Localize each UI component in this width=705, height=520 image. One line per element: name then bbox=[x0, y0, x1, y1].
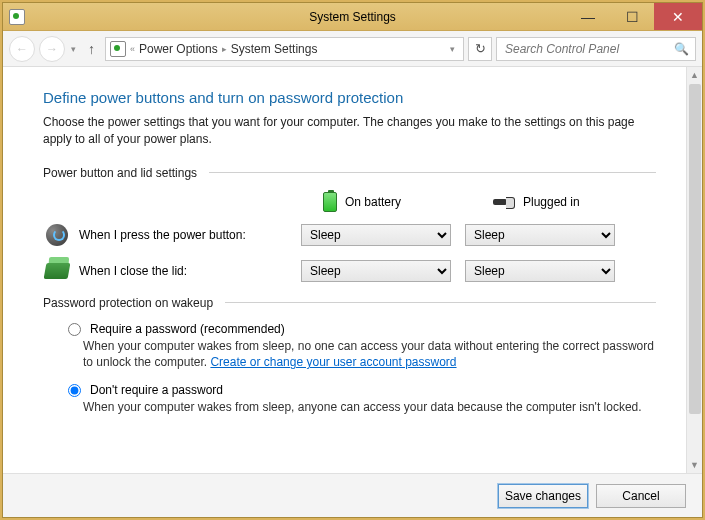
breadcrumb-prefix: « bbox=[130, 44, 135, 54]
row-label: When I close the lid: bbox=[71, 264, 301, 278]
maximize-button[interactable]: ☐ bbox=[610, 3, 654, 30]
col-label: On battery bbox=[345, 195, 401, 209]
up-button[interactable]: ↑ bbox=[82, 41, 101, 57]
close-button[interactable]: ✕ bbox=[654, 3, 702, 30]
lid-plugged-select[interactable]: Sleep bbox=[465, 260, 615, 282]
scrollbar[interactable]: ▲ ▼ bbox=[686, 67, 702, 473]
col-plugged-in: Plugged in bbox=[493, 192, 653, 212]
power-button-battery-select[interactable]: Sleep bbox=[301, 224, 451, 246]
col-label: Plugged in bbox=[523, 195, 580, 209]
radio-require-password-input[interactable] bbox=[68, 323, 81, 336]
col-on-battery: On battery bbox=[323, 192, 483, 212]
scroll-thumb[interactable] bbox=[689, 84, 701, 414]
row-label: When I press the power button: bbox=[71, 228, 301, 242]
app-icon bbox=[9, 9, 25, 25]
body: Define power buttons and turn on passwor… bbox=[3, 67, 702, 473]
lid-battery-select[interactable]: Sleep bbox=[301, 260, 451, 282]
cancel-button[interactable]: Cancel bbox=[596, 484, 686, 508]
column-headers: On battery Plugged in bbox=[43, 192, 656, 212]
scroll-up-button[interactable]: ▲ bbox=[687, 67, 702, 83]
radio-dont-require-password-input[interactable] bbox=[68, 384, 81, 397]
breadcrumb-dropdown-icon[interactable]: ▾ bbox=[446, 44, 459, 54]
breadcrumb[interactable]: « Power Options ▸ System Settings ▾ bbox=[105, 37, 464, 61]
section-label: Password protection on wakeup bbox=[43, 296, 213, 310]
section-label: Power button and lid settings bbox=[43, 166, 197, 180]
footer: Save changes Cancel bbox=[3, 473, 702, 517]
page-title: Define power buttons and turn on passwor… bbox=[43, 89, 656, 106]
power-button-plugged-select[interactable]: Sleep bbox=[465, 224, 615, 246]
control-panel-icon bbox=[110, 41, 126, 57]
radio-label[interactable]: Don't require a password bbox=[63, 383, 656, 397]
power-button-icon bbox=[46, 224, 68, 246]
row-close-lid: When I close the lid: Sleep Sleep bbox=[43, 260, 656, 282]
lid-icon bbox=[44, 263, 71, 279]
plug-icon bbox=[493, 197, 515, 207]
search-input[interactable] bbox=[503, 41, 674, 57]
row-power-button: When I press the power button: Sleep Sle… bbox=[43, 224, 656, 246]
minimize-button[interactable]: — bbox=[566, 3, 610, 30]
history-dropdown[interactable]: ▾ bbox=[69, 44, 78, 54]
section-password: Password protection on wakeup bbox=[43, 296, 656, 310]
radio-description: When your computer wakes from sleep, no … bbox=[63, 338, 656, 372]
radio-description: When your computer wakes from sleep, any… bbox=[63, 399, 656, 416]
create-password-link[interactable]: Create or change your user account passw… bbox=[210, 355, 456, 369]
page-subtitle: Choose the power settings that you want … bbox=[43, 114, 656, 148]
breadcrumb-item[interactable]: System Settings bbox=[231, 42, 318, 56]
window-controls: — ☐ ✕ bbox=[566, 3, 702, 30]
breadcrumb-item[interactable]: Power Options bbox=[139, 42, 218, 56]
search-box[interactable]: 🔍 bbox=[496, 37, 696, 61]
search-icon[interactable]: 🔍 bbox=[674, 42, 689, 56]
divider bbox=[225, 302, 656, 303]
radio-label[interactable]: Require a password (recommended) bbox=[63, 322, 656, 336]
navbar: ← → ▾ ↑ « Power Options ▸ System Setting… bbox=[3, 31, 702, 67]
titlebar: System Settings — ☐ ✕ bbox=[3, 3, 702, 31]
scroll-down-button[interactable]: ▼ bbox=[687, 457, 702, 473]
radio-require-password: Require a password (recommended) When yo… bbox=[43, 322, 656, 372]
section-power-button: Power button and lid settings bbox=[43, 166, 656, 180]
forward-button[interactable]: → bbox=[39, 36, 65, 62]
breadcrumb-separator-icon: ▸ bbox=[222, 44, 227, 54]
back-button[interactable]: ← bbox=[9, 36, 35, 62]
battery-icon bbox=[323, 192, 337, 212]
content: Define power buttons and turn on passwor… bbox=[3, 67, 686, 473]
radio-dont-require-password: Don't require a password When your compu… bbox=[43, 383, 656, 416]
divider bbox=[209, 172, 656, 173]
save-button[interactable]: Save changes bbox=[498, 484, 588, 508]
window: System Settings — ☐ ✕ ← → ▾ ↑ « Power Op… bbox=[2, 2, 703, 518]
refresh-button[interactable]: ↻ bbox=[468, 37, 492, 61]
radio-title: Don't require a password bbox=[90, 383, 223, 397]
radio-title: Require a password (recommended) bbox=[90, 322, 285, 336]
